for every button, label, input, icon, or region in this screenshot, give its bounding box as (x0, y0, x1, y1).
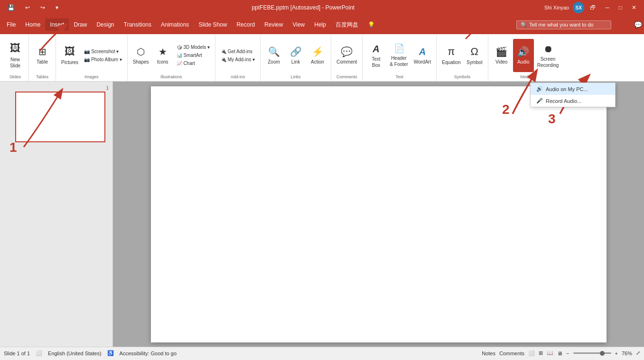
search-icon: 🔍 (521, 22, 527, 28)
illus-small: 🎲 3D Models ▾ 📊 SmartArt 📈 Chart (174, 44, 212, 67)
table-button[interactable]: ⊞ Table (32, 39, 53, 72)
chat-icon[interactable]: 💬 (634, 21, 642, 28)
wordart-button[interactable]: A WordArt (411, 39, 434, 72)
audio-pc-label: Audio on My PC... (546, 86, 588, 92)
my-addins-button[interactable]: 🔌 My Add-ins ▾ (218, 56, 257, 63)
maximize-button[interactable]: □ (615, 2, 626, 13)
screen-recording-icon: ⏺ (543, 43, 553, 55)
zoom-out-icon[interactable]: − (566, 351, 569, 356)
screenshot-button[interactable]: 📷 Screenshot ▾ (82, 48, 121, 55)
notes-button[interactable]: Notes (482, 351, 495, 356)
menu-review[interactable]: Review (260, 18, 288, 31)
textbox-icon: A (373, 43, 379, 55)
audio-pc-icon: 🔊 (536, 86, 543, 92)
symbol-button[interactable]: Ω Symbol (464, 39, 485, 72)
record-audio-icon: 🎤 (536, 98, 543, 104)
normal-view-icon[interactable]: ⬜ (528, 350, 535, 356)
slide-thumb-image (15, 92, 105, 142)
menu-home[interactable]: Home (20, 18, 45, 31)
icons-button[interactable]: ★ Icons (152, 39, 173, 72)
video-button[interactable]: 🎬 Video (491, 39, 512, 72)
smartart-button[interactable]: 📊 SmartArt (174, 52, 205, 59)
addins-small: 🔌 Get Add-ins 🔌 My Add-ins ▾ (218, 48, 257, 63)
equation-button[interactable]: π Equation (439, 39, 463, 72)
icons-icon: ★ (159, 46, 167, 58)
tables-items: ⊞ Table (32, 36, 53, 74)
header-footer-button[interactable]: 📄 Header& Footer (387, 39, 410, 72)
ribbon-group-slides: 🖼 NewSlide Slides (2, 35, 29, 81)
get-addins-button[interactable]: 🔌 Get Add-ins (218, 48, 255, 55)
3d-models-button[interactable]: 🎲 3D Models ▾ (174, 44, 212, 51)
media-items: 🎬 Video 🔊 Audio ⏺ Scree (491, 36, 561, 74)
record-audio-item[interactable]: 🎤 Record Audio... (531, 95, 615, 107)
tables-label: Tables (36, 74, 48, 80)
fit-slide-icon[interactable]: ⤢ (636, 350, 640, 356)
ribbon-group-illustrations: ⬡ Shapes ★ Icons 🎲 3D Models ▾ 📊 SmartAr… (128, 35, 215, 81)
undo-button[interactable]: ↩ (21, 2, 34, 13)
comments-label: Comments (336, 74, 357, 80)
slide-thumbnail-1[interactable]: 1 (2, 85, 111, 142)
text-items: A TextBox 📄 Header& Footer A WordArt (365, 36, 433, 74)
canvas-area (113, 82, 644, 347)
close-button[interactable]: ✕ (628, 2, 640, 13)
grid-view-icon[interactable]: ⊞ (539, 350, 543, 356)
new-slide-icon: 🖼 (10, 42, 20, 55)
menu-record[interactable]: Record (232, 18, 260, 31)
addins-label: Add-ins (231, 74, 245, 80)
accessibility-icon: ♿ (107, 350, 114, 356)
restore-button[interactable]: 🗗 (586, 2, 599, 13)
ribbon-group-links: 🔍 Zoom 🔗 Link ⚡ Action Links (261, 35, 331, 81)
chart-button[interactable]: 📈 Chart (174, 60, 197, 67)
slide-number: 1 (2, 85, 111, 91)
menu-insert[interactable]: Insert (45, 18, 69, 31)
slide-canvas[interactable] (151, 86, 607, 342)
media-label: Media (520, 74, 532, 80)
minimize-button[interactable]: ─ (601, 2, 613, 13)
customize-button[interactable]: ▾ (52, 2, 62, 13)
search-placeholder: Tell me what you want to do (529, 22, 594, 28)
screen-recording-button[interactable]: ⏺ ScreenRecording (535, 39, 561, 72)
action-button[interactable]: ⚡ Action (307, 39, 328, 72)
audio-button[interactable]: 🔊 Audio (513, 39, 534, 72)
menu-search[interactable]: 🔍 Tell me what you want to do (516, 20, 611, 29)
menu-file[interactable]: File (2, 18, 20, 31)
save-button[interactable]: 💾 (4, 2, 19, 13)
photo-album-button[interactable]: 📷 Photo Album ▾ (82, 56, 124, 63)
pictures-button[interactable]: 🖼 Pictures (59, 39, 81, 72)
menu-transitions[interactable]: Transitions (119, 18, 156, 31)
screenshot-icon: 📷 (84, 49, 90, 54)
ribbon-group-symbols: π Equation Ω Symbol Symbols (437, 35, 488, 81)
main-area: 1 1 (0, 82, 644, 347)
menu-help[interactable]: Help (309, 18, 331, 31)
images-small-group: 📷 Screenshot ▾ 📷 Photo Album ▾ (82, 48, 124, 63)
audio-on-pc-item[interactable]: 🔊 Audio on My PC... (531, 83, 615, 95)
comments-button[interactable]: Comments (499, 351, 524, 356)
zoom-in-icon[interactable]: + (615, 351, 618, 356)
accessibility-info: Accessibility: Good to go (120, 351, 177, 356)
redo-button[interactable]: ↪ (37, 2, 49, 13)
menu-design[interactable]: Design (92, 18, 119, 31)
zoom-level[interactable]: 76% (622, 351, 632, 356)
link-button[interactable]: 🔗 Link (285, 39, 306, 72)
textbox-button[interactable]: A TextBox (365, 39, 386, 72)
ribbon-group-images: 🖼 Pictures 📷 Screenshot ▾ (56, 35, 128, 81)
presenter-view-icon[interactable]: 🖥 (557, 351, 562, 356)
menu-animations[interactable]: Animations (156, 18, 194, 31)
reading-view-icon[interactable]: 📖 (547, 350, 553, 356)
action-icon: ⚡ (312, 46, 324, 58)
comment-button[interactable]: 💬 Comment (334, 39, 359, 72)
shapes-icon: ⬡ (137, 46, 145, 58)
ribbon-group-comments: 💬 Comment Comments (331, 35, 363, 81)
zoom-button[interactable]: 🔍 Zoom (263, 39, 284, 72)
menu-baidu[interactable]: 百度网盘 (331, 18, 363, 32)
ribbon-group-text: A TextBox 📄 Header& Footer A WordArt Tex… (363, 35, 437, 81)
shapes-button[interactable]: ⬡ Shapes (131, 39, 151, 72)
menu-slideshow[interactable]: Slide Show (194, 18, 232, 31)
menu-view[interactable]: View (288, 18, 309, 31)
menu-draw[interactable]: Draw (69, 18, 92, 31)
new-slide-button[interactable]: 🖼 NewSlide (5, 39, 26, 72)
user-avatar[interactable]: SX (573, 2, 584, 13)
title-bar-left: 💾 ↩ ↪ ▾ (4, 2, 62, 13)
zoom-slider[interactable] (573, 352, 611, 354)
ribbon: 🖼 NewSlide Slides ⊞ Table Tables 🖼 Pictu (0, 34, 644, 82)
